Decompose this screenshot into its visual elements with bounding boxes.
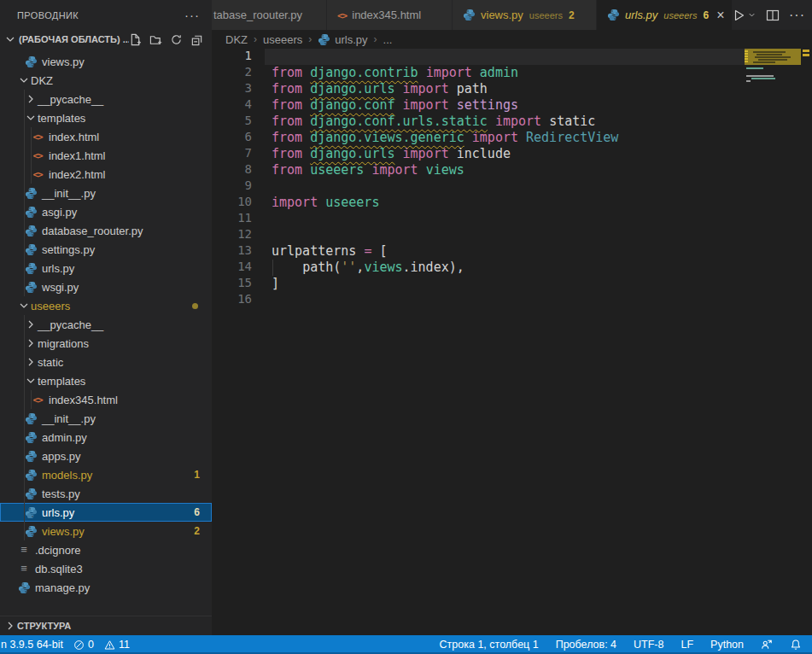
tree-item-index1.html[interactable]: <>index1.html xyxy=(0,146,212,165)
tree-item-label: urls.py xyxy=(42,262,74,275)
tree-item-templates[interactable]: templates xyxy=(0,108,212,127)
close-icon[interactable]: × xyxy=(716,9,724,21)
line-number[interactable]: 16 xyxy=(212,292,252,306)
line-number[interactable]: 9 xyxy=(212,178,252,192)
breadcrumb-item-...[interactable]: ... xyxy=(383,33,393,46)
new-file-icon[interactable] xyxy=(129,33,142,46)
breadcrumb-item-urls.py[interactable]: urls.py xyxy=(318,33,367,46)
tree-item-index.html[interactable]: <>index.html xyxy=(0,127,212,146)
line-number[interactable]: 12 xyxy=(212,227,252,241)
line-number[interactable]: 8 xyxy=(212,162,252,176)
more-actions-icon[interactable]: ··· xyxy=(789,8,805,23)
line-number[interactable]: 15 xyxy=(212,276,252,289)
workspace-section-header[interactable]: (РАБОЧАЯ ОБЛАСТЬ) ... xyxy=(0,30,212,49)
outline-section-header[interactable]: СТРУКТУРА xyxy=(0,616,212,635)
tab-label: index345.html xyxy=(352,9,421,21)
status-item[interactable]: LF xyxy=(681,639,693,651)
line-number[interactable]: 7 xyxy=(212,146,252,160)
chevron-right-icon xyxy=(24,318,38,331)
tree-item-asgi.py[interactable]: asgi.py xyxy=(0,202,212,221)
tree-item-database-roouter.py[interactable]: database_roouter.py xyxy=(0,221,212,240)
explorer-more-icon[interactable]: ··· xyxy=(184,8,200,22)
status-item-error[interactable]: 0 xyxy=(73,639,94,651)
breadcrumb-label: ... xyxy=(383,33,393,46)
line-number[interactable]: 6 xyxy=(212,130,252,143)
status-item-label: 0 xyxy=(88,639,94,651)
status-item-label: Строка 1, столбец 1 xyxy=(440,639,539,651)
status-item-warning[interactable]: 11 xyxy=(104,639,130,651)
problem-badge: 1 xyxy=(194,469,200,481)
tree-item-label: settings.py xyxy=(42,243,95,256)
minimap[interactable] xyxy=(745,49,801,168)
status-bar: n 3.9.5 64-bit011 Строка 1, столбец 1Про… xyxy=(0,635,812,654)
breadcrumb-item-dkz[interactable]: DKZ xyxy=(225,33,248,46)
tree-item-templates[interactable]: templates xyxy=(0,371,212,390)
line-number[interactable]: 4 xyxy=(212,97,252,111)
breadcrumb-item-useeers[interactable]: useeers xyxy=(263,33,302,46)
status-item-bell[interactable] xyxy=(790,639,802,651)
tree-item-static[interactable]: static xyxy=(0,353,212,371)
tab-urls.py[interactable]: urls.pyuseeers6× xyxy=(597,0,732,30)
code-editor[interactable]: 12from django.contrib import admin3from … xyxy=(212,49,812,635)
tree-item-wsgi.py[interactable]: wsgi.py xyxy=(0,277,212,296)
refresh-icon[interactable] xyxy=(170,33,183,46)
chevron-down-icon xyxy=(24,111,38,125)
split-editor-icon[interactable] xyxy=(766,9,780,22)
status-item-label: Пробелов: 4 xyxy=(556,639,616,651)
tree-item-urls.py[interactable]: urls.py xyxy=(0,259,212,277)
tree-item-index2.html[interactable]: <>index2.html xyxy=(0,165,212,184)
tree-item-index345.html[interactable]: <>index345.html xyxy=(0,390,212,409)
error-icon xyxy=(73,639,85,651)
status-item[interactable]: UTF-8 xyxy=(634,639,663,651)
new-folder-icon[interactable] xyxy=(149,33,162,46)
feedback-icon xyxy=(761,639,773,651)
line-number[interactable]: 1 xyxy=(212,49,252,62)
tree-item--init-.py[interactable]: __init__.py xyxy=(0,184,212,202)
line-number[interactable]: 3 xyxy=(212,81,252,95)
tree-item-dkz[interactable]: DKZ xyxy=(0,71,212,90)
tree-item-views.py[interactable]: views.py xyxy=(0,52,212,71)
tab-tabase-roouter.py[interactable]: tabase_roouter.py xyxy=(212,0,326,30)
status-item[interactable]: n 3.9.5 64-bit xyxy=(1,639,63,651)
python-file-icon xyxy=(24,187,38,200)
tree-item-models.py[interactable]: models.py1 xyxy=(0,465,212,484)
tree-item-views.py[interactable]: views.py2 xyxy=(0,522,212,540)
line-number[interactable]: 13 xyxy=(212,243,252,257)
status-item-label: UTF-8 xyxy=(634,639,663,651)
tab-views.py[interactable]: views.pyuseeers2 xyxy=(453,0,596,30)
tree-item-settings.py[interactable]: settings.py xyxy=(0,240,212,259)
status-item-label: 11 xyxy=(119,639,130,651)
line-number[interactable]: 5 xyxy=(212,114,252,127)
tab-index345.html[interactable]: <>index345.html xyxy=(327,0,452,30)
tree-item--pycache-[interactable]: __pycache__ xyxy=(0,90,212,108)
tree-item-urls.py[interactable]: urls.py6 xyxy=(0,503,212,522)
line-number[interactable]: 14 xyxy=(212,260,252,273)
html-file-icon: <> xyxy=(31,394,44,406)
tree-item--init-.py[interactable]: __init__.py xyxy=(0,409,212,428)
tree-item--pycache-[interactable]: __pycache__ xyxy=(0,315,212,334)
status-item-feedback[interactable] xyxy=(761,639,773,651)
status-item[interactable]: Пробелов: 4 xyxy=(556,639,616,651)
line-number[interactable]: 10 xyxy=(212,195,252,208)
tree-item-db.sqlite3[interactable]: ≡db.sqlite3 xyxy=(0,559,212,578)
tree-item-label: tests.py xyxy=(42,488,80,500)
tree-item-.dcignore[interactable]: ≡.dcignore xyxy=(0,540,212,559)
status-item[interactable]: Python xyxy=(710,639,744,651)
chevron-down-icon[interactable] xyxy=(747,10,757,20)
line-number[interactable]: 2 xyxy=(212,65,252,79)
tree-item-admin.py[interactable]: admin.py xyxy=(0,428,212,447)
tree-item-tests.py[interactable]: tests.py xyxy=(0,484,212,503)
breadcrumb-label: urls.py xyxy=(335,33,367,46)
breadcrumb-label: useeers xyxy=(263,33,302,46)
run-icon[interactable] xyxy=(732,9,745,22)
tree-item-label: wsgi.py xyxy=(42,281,79,294)
line-number[interactable]: 11 xyxy=(212,211,252,225)
tree-item-label: templates xyxy=(38,375,85,388)
tree-item-manage.py[interactable]: manage.py xyxy=(0,578,212,597)
breadcrumb-separator: › xyxy=(254,33,257,45)
collapse-all-icon[interactable] xyxy=(190,33,203,46)
status-item[interactable]: Строка 1, столбец 1 xyxy=(440,639,539,651)
tree-item-migrations[interactable]: migrations xyxy=(0,334,212,353)
tree-item-useeers[interactable]: useeers xyxy=(0,296,212,315)
tree-item-apps.py[interactable]: apps.py xyxy=(0,447,212,465)
